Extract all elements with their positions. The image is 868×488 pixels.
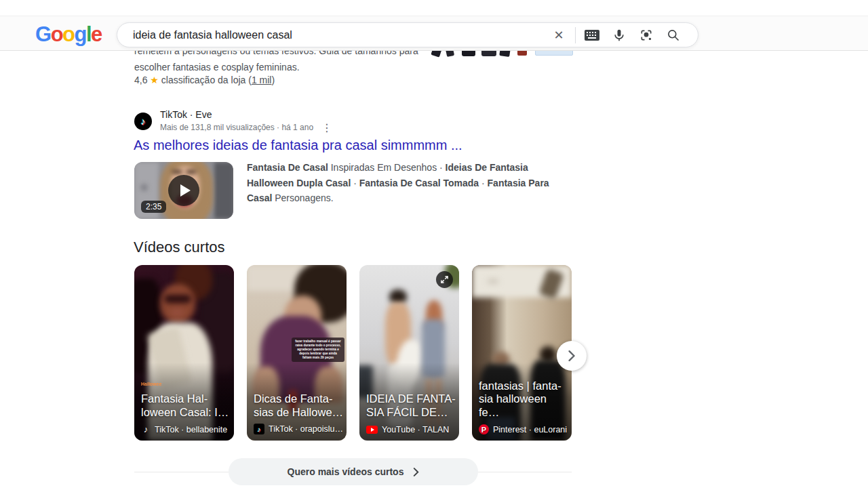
card-source: P Pinterest · euLorani — [479, 424, 567, 434]
rating-count-link[interactable]: 1 mil — [252, 75, 272, 85]
clear-icon[interactable]: ✕ — [545, 23, 572, 47]
google-logo[interactable]: Google — [35, 22, 102, 47]
card-title: fantasias | fanta-sia halloween fe… — [479, 380, 569, 420]
card-source: ♪ TikTok · bellabenite — [141, 424, 227, 434]
rating-label: classificação da loja ( — [161, 75, 252, 85]
star-icon: ★ — [150, 75, 159, 85]
store-rating-row: 4,6 ★ classificação da loja (1 mil) — [134, 75, 275, 85]
result-title-link[interactable]: As melhores ideias de fantasia pra casal… — [134, 138, 462, 153]
short-video-card[interactable]: IDEIA DE FANTA-SIA FÁCIL DE… YouTube · T… — [359, 265, 459, 441]
carousel-next-button[interactable] — [557, 341, 587, 371]
partial-snippet-line2: escolher fantasias e cosplay femininas. — [134, 60, 439, 75]
search-header: Google ✕ — [0, 16, 868, 51]
card-title: Dicas de Fanta-sias de Hallowe… — [254, 392, 344, 419]
card-title: IDEIA DE FANTA-SIA FÁCIL DE… — [366, 392, 456, 419]
card-image-caption: fazer trabalho manual é passar raiva dur… — [292, 338, 344, 362]
search-box[interactable]: ✕ — [117, 22, 698, 47]
search-icon[interactable] — [660, 23, 687, 47]
more-options-icon[interactable]: ⋮ — [317, 121, 336, 135]
rating-close-paren: ) — [271, 75, 275, 85]
video-thumbnail[interactable]: 2:35 — [134, 162, 233, 219]
expand-icon[interactable] — [436, 271, 453, 288]
card-source: YouTube · TALAN — [366, 425, 449, 434]
tiktok-icon: ♪ — [254, 424, 264, 434]
rating-value: 4,6 — [134, 75, 147, 85]
section-title: Vídeos curtos — [134, 239, 225, 256]
short-video-card[interactable]: fazer trabalho manual é passar raiva dur… — [247, 265, 347, 441]
more-short-videos-button[interactable]: Quero mais vídeos curtos — [229, 458, 478, 485]
result-description: Fantasia De Casal Inspiradas Em Desenhos… — [247, 160, 575, 206]
short-video-card[interactable]: Hallowee Fantasia Hal-loween Casal: I… ♪… — [134, 265, 234, 441]
search-divider — [575, 27, 576, 43]
result-meta: Mais de 131,8 mil visualizações · há 1 a… — [160, 123, 313, 132]
play-icon — [168, 175, 199, 206]
tiktok-icon: ♪ — [141, 424, 151, 434]
mic-icon[interactable] — [606, 23, 633, 47]
lens-icon[interactable] — [633, 23, 660, 47]
youtube-icon — [366, 426, 378, 434]
result-source[interactable]: TikTok · Eve — [160, 109, 212, 120]
video-duration: 2:35 — [141, 201, 166, 213]
card-image-caption: Hallowee — [141, 382, 161, 386]
pinterest-icon: P — [479, 424, 489, 434]
card-title: Fantasia Hal-loween Casal: I… — [141, 392, 231, 419]
tiktok-favicon: ♪ — [134, 113, 152, 130]
search-input[interactable] — [117, 29, 545, 41]
keyboard-icon[interactable] — [578, 23, 606, 47]
card-source: ♪ TikTok · orapoislu… — [254, 424, 343, 434]
